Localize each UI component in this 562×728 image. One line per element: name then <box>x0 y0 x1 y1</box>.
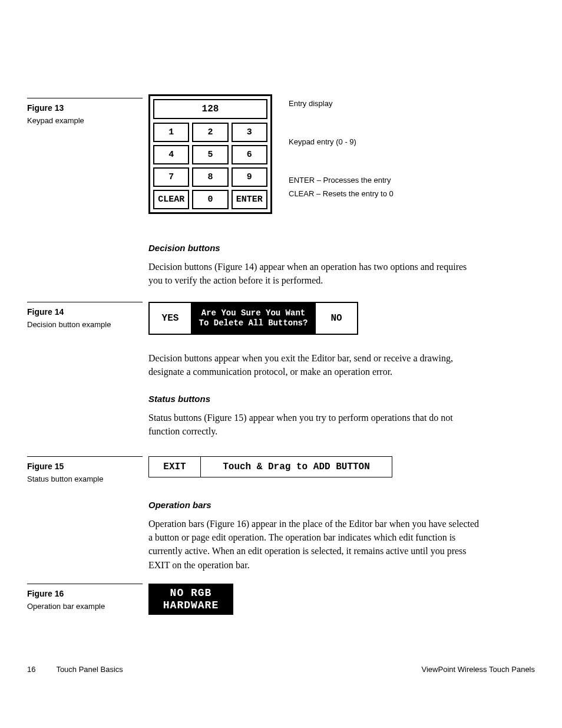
keypad-button-8[interactable]: 8 <box>192 167 228 187</box>
figure-13-caption: Keypad example <box>27 116 143 125</box>
figure-16-caption: Operation bar example <box>27 602 143 611</box>
keypad-display: 128 <box>153 99 267 119</box>
decision-dialog: YES Are You Sure You Want To Delete All … <box>148 302 358 335</box>
figure-14-caption: Decision button example <box>27 320 143 329</box>
heading-decision-buttons: Decision buttons <box>148 243 482 253</box>
figure-15-number: Figure 15 <box>27 462 143 471</box>
keypad: 128 1 2 3 4 5 6 7 8 9 CLEAR <box>148 94 272 214</box>
decision-no-button[interactable]: NO <box>316 303 357 334</box>
keypad-button-6[interactable]: 6 <box>232 145 267 164</box>
keypad-button-9[interactable]: 9 <box>232 167 267 187</box>
keypad-annot-entry: Entry display <box>289 99 394 108</box>
keypad-button-clear[interactable]: CLEAR <box>153 190 189 209</box>
keypad-annot-enter: ENTER – Processes the entry <box>289 176 394 185</box>
keypad-button-enter[interactable]: ENTER <box>232 190 267 209</box>
decision-yes-button[interactable]: YES <box>150 303 191 334</box>
keypad-button-5[interactable]: 5 <box>192 145 228 164</box>
paragraph-decision-1: Decision buttons (Figure 14) appear when… <box>148 260 482 287</box>
paragraph-decision-2: Decision buttons appear when you exit th… <box>148 351 482 378</box>
status-bar: EXIT Touch & Drag to ADD BUTTON <box>148 456 392 477</box>
keypad-annot-pad: Keypad entry (0 - 9) <box>289 137 394 146</box>
keypad-button-7[interactable]: 7 <box>153 167 189 187</box>
figure-13-number: Figure 13 <box>27 103 143 113</box>
operation-bar: NO RGB HARDWARE <box>148 584 233 615</box>
paragraph-opbars-1: Operation bars (Figure 16) appear in the… <box>148 517 482 572</box>
decision-message: Are You Sure You Want To Delete All Butt… <box>191 303 316 334</box>
page-number: 16 <box>27 665 54 674</box>
figure-16-number: Figure 16 <box>27 589 143 598</box>
keypad-annot-clear: CLEAR – Resets the entry to 0 <box>289 189 394 198</box>
heading-status-buttons: Status buttons <box>148 394 482 404</box>
keypad-button-3[interactable]: 3 <box>232 123 267 142</box>
status-exit-button[interactable]: EXIT <box>149 457 201 477</box>
keypad-button-4[interactable]: 4 <box>153 145 189 164</box>
page-footer: 16 Touch Panel Basics ViewPoint Wireless… <box>27 665 535 674</box>
status-message: Touch & Drag to ADD BUTTON <box>201 457 392 477</box>
keypad-button-0[interactable]: 0 <box>192 190 228 209</box>
heading-operation-bars: Operation bars <box>148 500 482 510</box>
keypad-button-2[interactable]: 2 <box>192 123 228 142</box>
figure-14-number: Figure 14 <box>27 307 143 317</box>
keypad-button-1[interactable]: 1 <box>153 123 189 142</box>
figure-15-caption: Status button example <box>27 475 143 483</box>
paragraph-status-1: Status buttons (Figure 15) appear when y… <box>148 411 482 438</box>
footer-product-title: ViewPoint Wireless Touch Panels <box>422 665 535 674</box>
footer-section-title: Touch Panel Basics <box>56 665 123 674</box>
